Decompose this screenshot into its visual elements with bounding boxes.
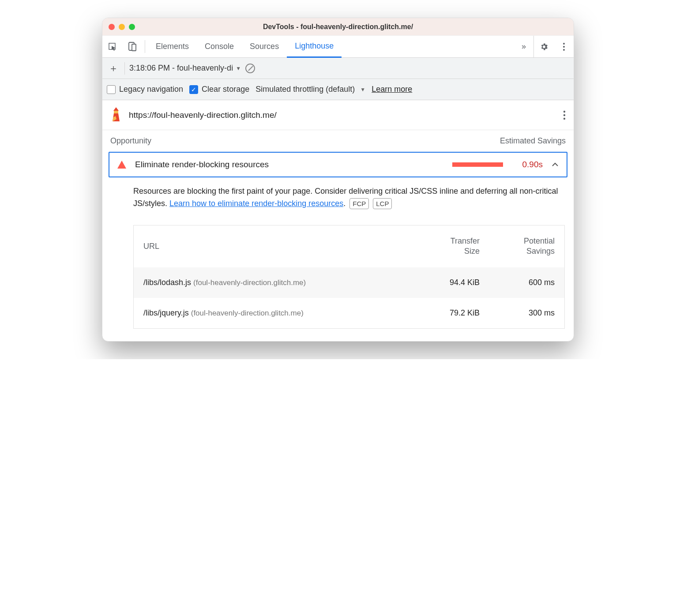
checkbox-checked-icon <box>189 85 198 94</box>
throttling-label: Simulated throttling (default) <box>255 85 355 94</box>
report-url: https://foul-heavenly-direction.glitch.m… <box>129 110 556 120</box>
report-url-bar: https://foul-heavenly-direction.glitch.m… <box>102 100 574 130</box>
col-url: URL <box>143 242 409 251</box>
report-selector-label: 3:18:06 PM - foul-heavenly-di <box>129 64 233 73</box>
legacy-navigation-checkbox[interactable]: Legacy navigation <box>107 85 183 94</box>
tab-console[interactable]: Console <box>197 36 242 57</box>
svg-rect-2 <box>132 44 136 51</box>
gear-icon[interactable] <box>534 42 554 51</box>
chevron-down-icon: ▼ <box>360 86 365 93</box>
audit-value: 0.90s <box>512 160 543 169</box>
savings-label: Estimated Savings <box>500 136 566 146</box>
col-savings: PotentialSavings <box>480 236 555 257</box>
chevron-up-icon[interactable] <box>552 161 559 169</box>
svg-point-3 <box>563 43 565 45</box>
svg-point-11 <box>563 114 565 116</box>
separator <box>145 40 145 53</box>
clear-icon[interactable] <box>245 64 255 73</box>
resource-path[interactable]: /libs/lodash.js <box>143 278 191 287</box>
minimize-icon[interactable] <box>119 24 125 30</box>
device-toggle-icon[interactable] <box>122 36 142 57</box>
separator <box>124 62 125 75</box>
audit-render-blocking[interactable]: Eliminate render-blocking resources 0.90… <box>109 152 567 177</box>
opportunity-section-header: Opportunity Estimated Savings <box>102 130 574 149</box>
resource-size: 94.4 KiB <box>409 278 480 287</box>
col-size: TransferSize <box>409 236 480 257</box>
audit-title: Eliminate render-blocking resources <box>135 160 443 169</box>
options-bar: Legacy navigation Clear storage Simulate… <box>102 79 574 100</box>
audit-learn-link[interactable]: Learn how to eliminate render-blocking r… <box>169 199 343 208</box>
clear-label: Clear storage <box>202 85 249 94</box>
savings-bar <box>452 162 503 167</box>
table-row: /libs/lodash.js (foul-heavenly-direction… <box>134 267 564 298</box>
window-title: DevTools - foul-heavenly-direction.glitc… <box>102 23 574 31</box>
tabs: Elements Console Sources Lighthouse <box>148 36 514 57</box>
maximize-icon[interactable] <box>129 24 135 30</box>
svg-marker-13 <box>117 161 126 169</box>
report-menu-icon[interactable] <box>563 110 566 120</box>
traffic-lights <box>109 24 135 30</box>
resource-savings: 600 ms <box>480 278 555 287</box>
titlebar: DevTools - foul-heavenly-direction.glitc… <box>102 18 574 36</box>
resource-path[interactable]: /libs/jquery.js <box>143 308 189 317</box>
report-bar: ＋ 3:18:06 PM - foul-heavenly-di ▼ <box>102 58 574 79</box>
chevron-down-icon: ▼ <box>236 65 241 71</box>
chip-lcp: LCP <box>373 198 392 209</box>
resource-size: 79.2 KiB <box>409 308 480 318</box>
clear-storage-checkbox[interactable]: Clear storage <box>189 85 249 94</box>
svg-point-12 <box>563 117 565 119</box>
svg-point-5 <box>563 49 565 51</box>
checkbox-icon <box>107 85 116 94</box>
close-icon[interactable] <box>109 24 115 30</box>
svg-rect-7 <box>114 111 118 113</box>
table-row: /libs/jquery.js (foul-heavenly-direction… <box>134 298 564 328</box>
tab-lighthouse[interactable]: Lighthouse <box>287 36 342 58</box>
throttling-selector[interactable]: Simulated throttling (default) ▼ <box>255 85 365 94</box>
chip-fcp: FCP <box>349 198 369 209</box>
report-selector[interactable]: 3:18:06 PM - foul-heavenly-di ▼ <box>129 64 241 73</box>
new-report-button[interactable]: ＋ <box>107 62 120 75</box>
svg-point-10 <box>563 110 565 112</box>
resource-host: (foul-heavenly-direction.glitch.me) <box>193 278 306 287</box>
resource-savings: 300 ms <box>480 308 555 318</box>
tab-sources[interactable]: Sources <box>242 36 287 57</box>
warning-triangle-icon <box>117 161 126 169</box>
audit-description: Resources are blocking the first paint o… <box>102 177 574 212</box>
devtools-window: DevTools - foul-heavenly-direction.glitc… <box>102 18 574 342</box>
kebab-icon[interactable] <box>554 42 574 51</box>
more-tabs-icon[interactable]: » <box>514 36 533 57</box>
inspect-icon[interactable] <box>102 36 122 57</box>
tabs-bar: Elements Console Sources Lighthouse » <box>102 36 574 58</box>
right-icons <box>533 36 574 57</box>
learn-more-link[interactable]: Learn more <box>372 85 412 94</box>
opportunity-label: Opportunity <box>110 136 151 146</box>
legacy-label: Legacy navigation <box>119 85 183 94</box>
svg-point-4 <box>563 46 565 48</box>
tab-elements[interactable]: Elements <box>148 36 197 57</box>
resources-table: URL TransferSize PotentialSavings /libs/… <box>133 225 565 329</box>
resource-host: (foul-heavenly-direction.glitch.me) <box>191 309 304 317</box>
lighthouse-icon <box>110 106 122 124</box>
table-header: URL TransferSize PotentialSavings <box>134 225 564 267</box>
svg-marker-6 <box>113 107 119 111</box>
table-body: /libs/lodash.js (foul-heavenly-direction… <box>134 267 564 328</box>
